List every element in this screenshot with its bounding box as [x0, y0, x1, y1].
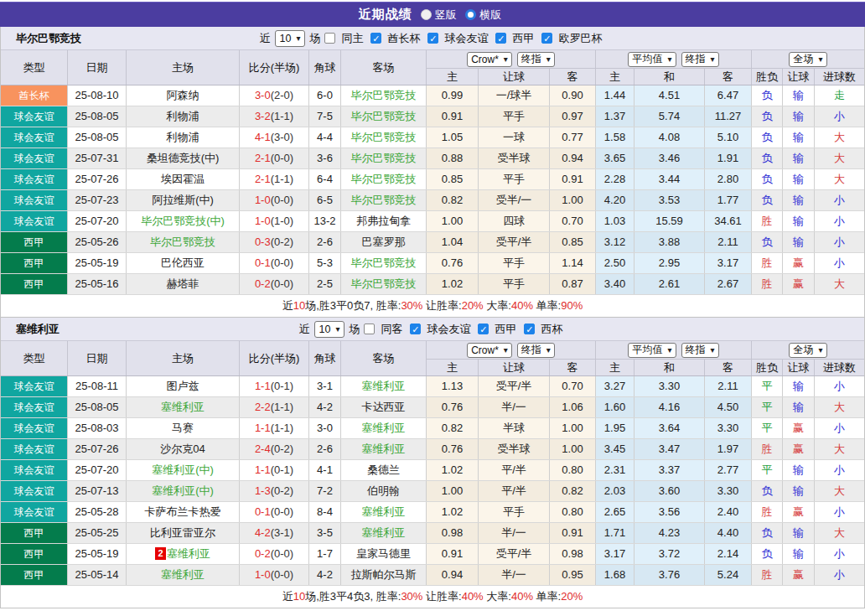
radio-vertical[interactable]	[421, 9, 432, 20]
halftime-score: (1-1)	[271, 110, 293, 122]
same-venue-checkbox[interactable]	[364, 324, 375, 334]
col-header: 类型	[1, 50, 68, 85]
games-select[interactable]: 10▾	[314, 321, 345, 338]
home-team: 埃因霍温	[127, 169, 240, 189]
avg-home: 1.95	[596, 418, 635, 438]
match-date: 25-08-05	[68, 127, 127, 148]
table-row: 西甲25-05-25比利亚雷亚尔4-2(3-1)3-5塞维利亚0.98半/一0.…	[1, 523, 864, 544]
avg-away: 2.11	[705, 376, 752, 396]
odds-home: 1.02	[427, 502, 479, 522]
league-checkbox-0[interactable]: ✓	[410, 324, 421, 334]
full-match-select[interactable]: 全场▾	[789, 343, 826, 358]
home-team: 沙尔克04	[127, 439, 240, 459]
result-goals: 小	[815, 211, 864, 231]
same-venue-checkbox[interactable]	[324, 33, 335, 44]
odds-company-select[interactable]: Crow*▾	[467, 343, 512, 358]
table-row: 球会友谊25-07-31桑坦德竞技(中)2-1(0-0)3-6毕尔巴鄂竞技0.8…	[1, 148, 864, 169]
match-date: 25-05-26	[68, 232, 127, 252]
radio-horizontal[interactable]	[465, 9, 476, 20]
result-goals: 小	[815, 565, 864, 585]
summary-segment: 近	[282, 299, 293, 312]
halftime-score: (0-2)	[271, 236, 293, 248]
away-team: 塞维利亚	[341, 439, 427, 459]
full-match-select[interactable]: 全场▾	[789, 52, 826, 67]
table-row: 球会友谊25-07-26沙尔克042-4(0-2)2-6塞维利亚0.76受半球1…	[1, 439, 864, 460]
halftime-score: (0-0)	[271, 152, 293, 164]
sub-col-header: 进球数	[815, 360, 864, 375]
final-avg-select[interactable]: 终指▾	[681, 343, 719, 358]
result-outcome: 平	[752, 376, 783, 396]
league-checkbox-1[interactable]: ✓	[427, 33, 438, 44]
table-row: 西甲25-05-192塞维利亚0-2(0-0)1-7皇家马德里0.91受平/半0…	[1, 544, 864, 565]
away-team-name: 巴塞罗那	[362, 236, 406, 248]
col-header: 日期	[68, 50, 127, 85]
handicap: 半/一	[479, 565, 550, 585]
fulltime-score: 4-1	[255, 131, 271, 143]
odds-away: 0.91	[550, 523, 596, 543]
home-team-name: 巴伦西亚	[161, 256, 205, 269]
score: 1-0(1-0)	[240, 211, 309, 231]
match-date: 25-07-26	[68, 439, 127, 459]
average-select[interactable]: 平均值▾	[628, 343, 676, 358]
odds-away: 1.00	[550, 439, 596, 459]
final-odds-select[interactable]: 终指▾	[517, 343, 555, 358]
handicap: 平手	[479, 253, 550, 273]
avg-draw: 4.23	[635, 523, 705, 543]
odds-home: 0.82	[427, 190, 479, 210]
league-checkbox-2[interactable]: ✓	[495, 33, 506, 44]
type-badge: 西甲	[1, 253, 68, 273]
result-handicap: 输	[783, 148, 815, 168]
sub-col-header: 让球	[783, 69, 815, 85]
league-checkbox-0[interactable]: ✓	[370, 33, 381, 44]
home-team-name: 马赛	[172, 422, 194, 434]
sub-col-header: 和	[635, 360, 705, 375]
away-team-name: 桑德兰	[367, 463, 400, 476]
odds-away: 1.06	[550, 397, 596, 417]
summary-segment: 单率:	[533, 299, 561, 312]
handicap: 四球	[479, 211, 550, 231]
avg-draw: 3.53	[635, 190, 705, 210]
avg-home: 1.58	[596, 127, 635, 148]
odds-company-select-value: Crow*	[471, 344, 499, 356]
chevron-down-icon: ▾	[711, 345, 715, 355]
avg-away: 5.24	[705, 565, 752, 585]
home-team-name: 图卢兹	[167, 380, 199, 392]
league-checkbox-3[interactable]: ✓	[541, 33, 552, 44]
avg-away: 11.27	[705, 106, 752, 127]
result-handicap: 输	[783, 106, 815, 127]
home-team: 图卢兹	[127, 376, 240, 396]
home-team: 巴伦西亚	[127, 253, 240, 273]
away-team: 皇家马德里	[341, 544, 427, 564]
subheader-row: 主让球客主和客胜负让球进球数	[427, 359, 864, 375]
halftime-score: (2-0)	[271, 89, 293, 101]
table-row: 酋长杯25-08-10阿森纳3-0(2-0)6-0毕尔巴鄂竞技0.99一/球半0…	[1, 85, 864, 106]
home-team: 赫塔菲	[127, 274, 240, 294]
final-avg-select[interactable]: 终指▾	[681, 52, 719, 67]
away-team-name: 毕尔巴鄂竞技	[351, 256, 417, 269]
halftime-score: (3-0)	[271, 131, 293, 143]
average-select[interactable]: 平均值▾	[628, 52, 676, 67]
odds-company-select[interactable]: Crow*▾	[467, 52, 512, 67]
avg-draw: 2.61	[635, 274, 705, 294]
odds-home: 1.05	[427, 127, 479, 148]
corner-score: 4-1	[309, 460, 341, 480]
avg-home: 1.71	[596, 523, 635, 543]
home-team: 塞维利亚(中)	[127, 481, 240, 501]
league-checkbox-2[interactable]: ✓	[524, 324, 535, 334]
games-select[interactable]: 10▾	[275, 30, 306, 47]
summary-segment: 30%	[401, 299, 422, 312]
result-outcome: 负	[752, 127, 783, 148]
avg-home: 3.45	[596, 439, 635, 459]
result-goals: 小	[815, 418, 864, 438]
match-date: 25-05-14	[68, 565, 127, 585]
chevron-down-icon: ▾	[667, 345, 671, 355]
header-right: Crow*▾终指▾平均值▾终指▾全场▾主让球客主和客胜负让球进球数	[427, 341, 864, 375]
halftime-score: (0-2)	[271, 484, 293, 497]
table-header: 类型日期主场比分(半场)角球客场Crow*▾终指▾平均值▾终指▾全场▾主让球客主…	[1, 341, 864, 376]
fulltime-score: 0-2	[255, 277, 271, 290]
sub-col-header: 主	[427, 69, 479, 85]
score: 0-1(0-0)	[240, 502, 309, 522]
sub-col-header: 主	[596, 69, 635, 85]
final-odds-select[interactable]: 终指▾	[517, 52, 555, 67]
league-checkbox-1[interactable]: ✓	[478, 324, 489, 334]
